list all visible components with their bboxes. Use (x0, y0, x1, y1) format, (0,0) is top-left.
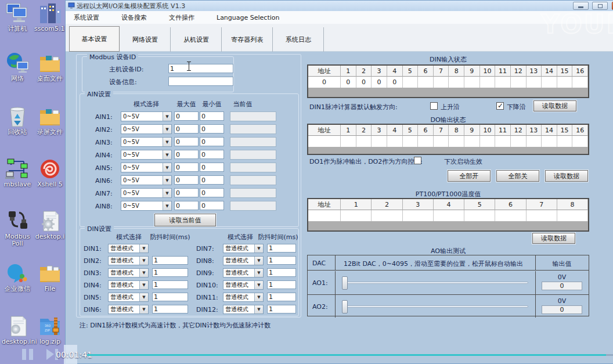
desktop-icon-wechat-work[interactable]: 企业微信 (2, 262, 33, 293)
ain-min-input[interactable] (200, 111, 224, 121)
din-debounce-input[interactable] (267, 244, 296, 253)
chevron-down-icon[interactable]: ▼ (254, 293, 263, 301)
desktop-icon-desktop-ini[interactable]: desktop.ini (2, 315, 33, 345)
tab-network-settings[interactable]: 网络设置 (120, 27, 171, 52)
chevron-down-icon[interactable]: ▼ (163, 189, 171, 197)
desktop-icon-screen-record-files[interactable]: 录屏文件 (34, 106, 66, 136)
falling-edge-checkbox[interactable] (496, 102, 504, 110)
all-on-button[interactable]: 全部开 (448, 170, 491, 182)
ain-current-value (230, 188, 276, 198)
desktop-icon-desktop-files[interactable]: 桌面文件 (34, 52, 66, 82)
table-cell: 2 (372, 199, 402, 210)
ain-current-value (230, 137, 276, 147)
ain-min-input[interactable] (200, 201, 224, 210)
icon-label: mbslave (2, 181, 33, 188)
din-debounce-input[interactable] (267, 280, 296, 289)
chevron-down-icon[interactable]: ▼ (163, 125, 171, 134)
ain-min-input[interactable] (200, 163, 224, 172)
ain-max-input[interactable] (174, 188, 199, 197)
read-pt-data-button[interactable]: 读取数据 (532, 233, 575, 244)
desktop-icon-sscom[interactable]: sscom5.13 (34, 2, 66, 33)
chevron-down-icon[interactable]: ▼ (254, 244, 263, 253)
desktop-icon-xshell[interactable]: Xshell 5 (34, 158, 66, 188)
din-mode-select[interactable]: 普通模式 ▼ (223, 293, 264, 302)
menu-file-operations[interactable]: 文件操作 (169, 13, 194, 22)
desktop-icon-recycle-bin[interactable]: 回收站 (2, 106, 33, 136)
din-mode-select[interactable]: 普通模式 ▼ (223, 256, 264, 265)
ain-max-input[interactable] (174, 124, 199, 134)
desktop-icon-file[interactable]: File (34, 262, 66, 293)
chevron-down-icon[interactable]: ▼ (254, 257, 263, 265)
desktop-icon-mbslave[interactable]: mbslave (2, 158, 33, 188)
pause-icon[interactable] (22, 349, 36, 360)
chevron-down-icon[interactable]: ▼ (254, 305, 263, 313)
menu-system-settings[interactable]: 系统设置 (74, 13, 99, 22)
ain-max-input[interactable] (174, 150, 199, 159)
ain-mode-select[interactable]: 0~5V ▼ (121, 201, 172, 211)
ao2-slider-thumb[interactable] (342, 300, 348, 313)
ain-min-input[interactable] (200, 175, 224, 185)
ain-mode-select[interactable]: 0~5V ▼ (121, 150, 172, 160)
progress-bar[interactable] (87, 354, 606, 356)
ain-min-input[interactable] (200, 124, 224, 134)
desktop-icon-log-zip[interactable]: 360 ZIP log.zip (34, 315, 66, 345)
title-bar[interactable]: 远程以太网I/O采集模块配置系统 V1.3 × (66, 1, 613, 11)
din-mode-select[interactable]: 普通模式 ▼ (223, 268, 264, 277)
tab-basic-settings[interactable]: 基本设置 (69, 26, 120, 52)
minimize-button[interactable] (573, 2, 589, 10)
desktop-icon-modbus-poll[interactable]: Modbus Poll (2, 210, 33, 247)
ain-max-input[interactable] (174, 137, 199, 146)
host-id-input[interactable] (168, 64, 233, 73)
ao1-slider-track[interactable] (342, 282, 528, 284)
table-cell (434, 210, 464, 221)
device-info-input[interactable] (168, 77, 233, 86)
tab-system-log[interactable]: 系统日志 (273, 27, 324, 52)
ain-min-input[interactable] (200, 188, 224, 197)
tab-register-list[interactable]: 寄存器列表 (222, 27, 273, 52)
ain-min-input[interactable] (200, 137, 224, 146)
read-do-data-button[interactable]: 读取数据 (545, 170, 588, 182)
chevron-down-icon[interactable]: ▼ (254, 269, 263, 277)
ain-mode-select[interactable]: 0~5V ▼ (121, 124, 172, 134)
chevron-down-icon[interactable]: ▼ (254, 281, 263, 289)
chevron-down-icon[interactable]: ▼ (163, 163, 171, 172)
read-din-data-button[interactable]: 读取数据 (533, 100, 576, 111)
ao1-slider-thumb[interactable] (342, 276, 348, 290)
chevron-down-icon[interactable]: ▼ (163, 112, 171, 121)
chevron-down-icon[interactable]: ▼ (163, 201, 171, 210)
desktop-icon-desktop-ini-top[interactable]: desktop.i (34, 210, 66, 240)
ain-max-input[interactable] (174, 201, 199, 210)
din-debounce-input[interactable] (267, 268, 296, 277)
din-debounce-input[interactable] (267, 293, 296, 301)
read-current-values-button[interactable]: 读取当前值 (154, 214, 216, 226)
ao2-slider-track[interactable] (342, 305, 528, 308)
ain-mode-select[interactable]: 0~5V ▼ (121, 163, 172, 172)
rising-edge-checkbox[interactable] (430, 102, 438, 110)
din-mode-select[interactable]: 普通模式 ▼ (223, 244, 264, 253)
din-mode-select[interactable]: 普通模式 ▼ (223, 305, 264, 314)
do-pulse-mode-checkbox[interactable] (414, 157, 421, 164)
desktop-icon-network[interactable]: 网络 (2, 52, 33, 82)
all-off-button[interactable]: 全部关 (496, 170, 539, 182)
menu-language-selection[interactable]: Language Selection (217, 14, 279, 21)
ain-max-input[interactable] (174, 175, 199, 185)
ain-mode-select[interactable]: 0~5V ▼ (121, 175, 172, 185)
desktop-icon-computer[interactable]: 计算机 (2, 2, 33, 33)
ain-mode-select[interactable]: 0~5V ▼ (121, 188, 172, 198)
din-debounce-input[interactable] (267, 256, 296, 265)
din-debounce-input[interactable] (267, 305, 296, 313)
chevron-down-icon[interactable]: ▼ (163, 176, 171, 185)
table-cell: 0 (387, 77, 403, 88)
maximize-button[interactable] (592, 2, 608, 10)
tab-slave-settings[interactable]: 从机设置 (171, 27, 222, 52)
ain-min-input[interactable] (200, 150, 224, 159)
menu-device-search[interactable]: 设备搜索 (121, 13, 147, 22)
din-mode-select[interactable]: 普通模式 ▼ (223, 280, 264, 290)
ain-mode-select[interactable]: 0~5V ▼ (121, 137, 172, 147)
ain-max-input[interactable] (174, 111, 199, 121)
chevron-down-icon[interactable]: ▼ (163, 150, 171, 159)
ain-max-input[interactable] (174, 163, 199, 172)
chevron-down-icon[interactable]: ▼ (163, 138, 171, 146)
ain-mode-select[interactable]: 0~5V ▼ (121, 111, 172, 121)
app-window: 远程以太网I/O采集模块配置系统 V1.3 × 系统设置 设备搜索 文件操作 L… (65, 0, 613, 364)
